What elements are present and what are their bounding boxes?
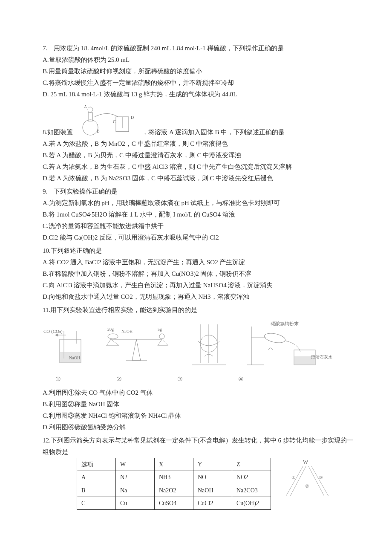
question-8: 8.如图装置 A B C D ，将溶液 A 逐滴加入固体 B 中，下列叙述 (43, 102, 354, 184)
svg-point-0 (83, 120, 98, 135)
d2-naoh-label: NaOH (121, 329, 133, 334)
svg-line-33 (290, 466, 306, 496)
table-row: A N2 NH3 NO NO2 (77, 471, 271, 484)
q7-option-a: A.量取浓硫酸的体积为 25.0 mL (43, 54, 354, 66)
question-10: 10.下列叙述正确的是 A.将 CO2 通入 BaCl2 溶液中至饱和，无沉淀产… (43, 245, 354, 303)
th-y: Y (193, 458, 232, 471)
table-row: 选项 W X Y Z (77, 458, 271, 471)
svg-line-34 (308, 466, 324, 496)
svg-text:D: D (131, 115, 134, 120)
q11-stem: 11.用下列实验装置进行相应实验，能达到实验目的的是 (43, 304, 354, 316)
q10-option-d: D.向饱和食盐水中通入过量 CO2，无明显现象；再通入 NH3，溶液变浑浊 (43, 291, 354, 303)
svg-marker-11 (55, 334, 58, 336)
balance-scale-icon: 20g 5g NaOH (102, 320, 170, 371)
svg-point-19 (108, 334, 118, 339)
th-x: X (155, 458, 193, 471)
table-row: B Na Na2O2 NaOH Na2CO3 (77, 484, 271, 497)
label-3: ③ (177, 374, 183, 384)
th-w: W (116, 458, 155, 471)
transformation-diagram-icon: W ① ② ③ (280, 458, 331, 500)
svg-marker-17 (132, 339, 141, 361)
d4-lime-label: 澄清石灰水 (311, 355, 332, 359)
svg-text:②: ② (305, 483, 309, 489)
question-7: 7. 用浓度为 18. 4mol/L 的浓硫酸配制 240 mL 1.84 mo… (43, 43, 354, 100)
q9-stem: 9. 下列实验操作正确的是 (43, 186, 354, 197)
d2-left-weight: 20g (107, 327, 114, 332)
q11-option-c: C.利用图③蒸发 NH4Cl 饱和溶液制备 NH4Cl 晶体 (43, 410, 354, 422)
q7-option-d: D. 25 mL 18.4 mol·L-1 浓硫酸与 13 g 锌共热，生成的气… (43, 89, 354, 100)
table-row: C Cu CuSO4 CuCl2 Cu(OH)2 (77, 497, 271, 509)
th-z: Z (232, 458, 271, 471)
q8-suffix: ，将溶液 A 逐滴加入固体 B 中，下列叙述正确的是 (142, 127, 285, 138)
svg-text:C: C (113, 119, 116, 124)
q11-diagrams: CO (CO₂) NaOH (43, 320, 354, 371)
th-option: 选项 (77, 458, 116, 471)
q11-diagram-labels: ① ② ③ ④ (55, 374, 354, 384)
q10-option-a: A.将 CO2 通入 BaCl2 溶液中至饱和，无沉淀产生；再通入 SO2 产生… (43, 257, 354, 268)
q8-option-d: D.若 A 为浓硫酸，B 为 Na2SO3 固体，C 中盛石蕊试液，则 C 中溶… (43, 173, 354, 184)
svg-text:A: A (84, 104, 87, 109)
q8-option-c: C.若 A 为浓氨水，B 为生石灰，C 中盛 AlCl3 溶液，则 C 中先产生… (43, 161, 354, 173)
svg-point-2 (88, 107, 93, 112)
q9-option-a: A.为测定新制氯水的 pH，用玻璃棒蘸取液体滴在 pH 试纸上，与标准比色卡对照… (43, 197, 354, 209)
q11-option-d: D.利用图④碳酸氢钠受热分解 (43, 422, 354, 433)
label-1: ① (55, 374, 61, 384)
svg-line-35 (311, 466, 329, 496)
q7-stem: 7. 用浓度为 18. 4mol/L 的浓硫酸配制 240 mL 1.84 mo… (43, 43, 354, 54)
svg-text:③: ③ (319, 475, 323, 480)
q9-option-c: C.洗净的量筒和容置瓶不能放进烘箱中烘干 (43, 220, 354, 232)
svg-point-20 (159, 334, 164, 339)
q8-prefix: 8.如图装置 (43, 127, 73, 138)
q7-option-c: C.将蒸馏水缓慢注入盛有一定量浓硫酸的烧杯中，并不断搅拌至冷却 (43, 77, 354, 89)
node-w-label: W (303, 459, 308, 465)
label-4: ④ (238, 374, 244, 384)
q12-stem: 12.下列图示箭头方向表示与某种常见试剂在一定条件下(不含电解）发生转化，其中 … (43, 435, 354, 458)
heating-tube-setup-icon: 碳酸氢钠粉末 澄清石灰水 (247, 320, 332, 371)
q11-option-b: B.利用图②称量 NaOH 固体 (43, 399, 354, 410)
q7-option-b: B.用量筒量取浓硫酸时仰视刻度，所配稀硫酸的浓度偏小 (43, 66, 354, 77)
evaporation-dish-icon (183, 320, 234, 371)
apparatus-diagram-icon: A B C D (75, 102, 139, 138)
gas-washing-bottle-icon: CO (CO₂) NaOH (43, 320, 89, 371)
label-2: ② (116, 374, 122, 384)
q8-option-b: B.若 A 为醋酸，B 为贝壳，C 中盛过量澄清石灰水，则 C 中溶液变浑浊 (43, 150, 354, 161)
q10-stem: 10.下列叙述正确的是 (43, 245, 354, 257)
d1-solution-label: NaOH (69, 356, 80, 360)
question-11: 11.用下列实验装置进行相应实验，能达到实验目的的是 CO (CO₂) NaOH (43, 304, 354, 433)
question-12: 12.下列图示箭头方向表示与某种常见试剂在一定条件下(不含电解）发生转化，其中 … (43, 435, 354, 510)
svg-text:B: B (97, 129, 100, 133)
q12-table: 选项 W X Y Z A N2 NH3 NO NO2 B Na Na2O2 Na… (77, 458, 271, 510)
q9-option-b: B.将 1mol CuSO4·5H2O 溶解在 1 L 水中，配制 I mol/… (43, 209, 354, 220)
d2-right-weight: 5g (158, 327, 162, 332)
q10-option-b: B.在稀硫酸中加入铜粉，铜粉不溶解；再加入 Cu(NO3)2 固体，铜粉仍不溶 (43, 268, 354, 280)
question-9: 9. 下列实验操作正确的是 A.为测定新制氯水的 pH，用玻璃棒蘸取液体滴在 p… (43, 186, 354, 243)
d1-gas-label: CO (CO₂) (43, 329, 63, 334)
q9-option-d: D.Cl2 能与 Ca(OH)2 反应，可以用澄清石灰水吸收尾气中的 Cl2 (43, 232, 354, 243)
q11-option-a: A.利用图①除去 CO 气体中的 CO2 气体 (43, 387, 354, 399)
d4-powder-label: 碳酸氢钠粉末 (270, 321, 299, 326)
svg-text:①: ① (291, 475, 296, 480)
svg-line-32 (286, 466, 303, 496)
q8-option-a: A.若 A 为浓盐酸，B 为 MnO2，C 中盛品红溶液，则 C 中溶液褪色 (43, 138, 354, 150)
q10-option-c: C.向 AlCl3 溶液中滴加氨水，产生白色沉淀；再加入过量 NaHSO4 溶液… (43, 280, 354, 291)
svg-point-29 (263, 332, 286, 344)
